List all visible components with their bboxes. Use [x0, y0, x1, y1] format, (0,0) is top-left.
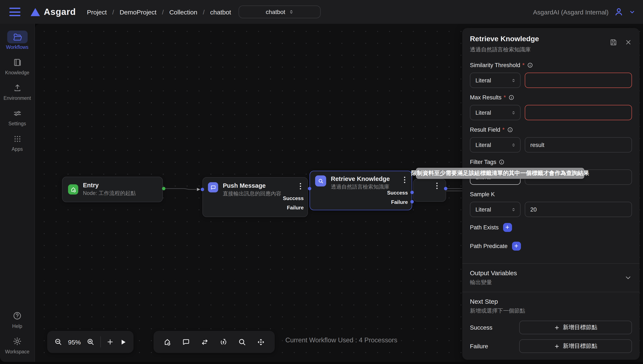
- breadcrumb-separator: /: [162, 8, 164, 16]
- zoom-in-icon[interactable]: [86, 338, 95, 346]
- failure-label: Failure: [470, 343, 488, 350]
- run-workflow-icon[interactable]: [119, 338, 127, 346]
- port-hidden-output[interactable]: [444, 187, 447, 190]
- port-label-success: Success: [387, 190, 408, 196]
- workflow-canvas[interactable]: Entry Node: 工作流程的起點 Push Message 直接輸出訊息的…: [35, 24, 643, 362]
- field-label-sample-k: Sample K: [470, 190, 632, 198]
- account-area: AsgardAI (Asgard Internal): [533, 7, 635, 17]
- message-node-tool-icon[interactable]: [182, 338, 190, 346]
- info-icon[interactable]: [508, 94, 514, 100]
- main-area: Workflows Knowledge Environment Settings: [0, 24, 643, 362]
- entry-node-tool-icon[interactable]: [163, 338, 172, 346]
- field-label-result-field: Result Field *: [470, 126, 632, 133]
- success-label: Success: [470, 324, 493, 331]
- gear-icon: [12, 336, 22, 346]
- port-retrieve-input[interactable]: [308, 187, 311, 190]
- add-path-exists-button[interactable]: [503, 223, 512, 232]
- result-field-input[interactable]: [525, 137, 632, 152]
- similarity-threshold-input[interactable]: [525, 73, 632, 88]
- workflow-status-text: Current Workflow Used : 4 Processors: [285, 336, 397, 344]
- app-logo[interactable]: Asgard: [31, 7, 76, 17]
- node-title: Retrieve Knowledge: [331, 176, 406, 182]
- panel-title: Retrieve Knowledge: [470, 35, 539, 43]
- workflow-select-value: chatbot: [266, 8, 285, 15]
- field-label-similarity-threshold: Similarity Threshold *: [470, 61, 632, 69]
- info-icon[interactable]: [507, 126, 513, 133]
- sample-k-mode-select[interactable]: Literal: [470, 202, 521, 217]
- port-label-failure: Failure: [287, 205, 304, 211]
- result-field-mode-select[interactable]: Literal: [470, 137, 521, 152]
- node-title: Push Message: [223, 182, 302, 189]
- similarity-threshold-mode-select[interactable]: Literal: [470, 73, 521, 88]
- port-retrieve-failure[interactable]: [410, 200, 414, 203]
- max-results-mode-select[interactable]: Literal: [470, 105, 521, 120]
- path-exists-row: Path Exists: [470, 222, 632, 232]
- close-icon[interactable]: [625, 38, 632, 46]
- node-retrieve-knowledge[interactable]: Retrieve Knowledge 透過自然語言檢索知識庫 Success F…: [310, 171, 412, 210]
- app-window: Asgard Project / DemoProject / Collectio…: [0, 0, 643, 364]
- chevron-updown-icon: [511, 207, 516, 212]
- node-menu-icon[interactable]: [401, 177, 407, 183]
- left-sidebar: Workflows Knowledge Environment Settings: [0, 24, 35, 362]
- output-variables-section[interactable]: Output Variables 輸出變量: [470, 264, 632, 292]
- sidebar-item-label: Settings: [0, 121, 35, 126]
- next-step-subtitle: 新增或選擇下一個節點: [470, 307, 632, 315]
- breadcrumb-demoproject[interactable]: DemoProject: [119, 8, 156, 16]
- required-asterisk: *: [504, 94, 506, 100]
- chevron-down-icon[interactable]: [629, 9, 635, 15]
- save-icon[interactable]: [609, 38, 617, 46]
- port-entry-output[interactable]: [162, 187, 165, 190]
- partially-hidden-node[interactable]: [413, 179, 446, 202]
- sidebar-item-settings[interactable]: Settings: [0, 107, 35, 126]
- port-label-success: Success: [283, 196, 304, 201]
- sidebar-item-environment[interactable]: Environment: [0, 82, 35, 101]
- node-entry[interactable]: Entry Node: 工作流程的起點: [62, 177, 163, 202]
- breadcrumb-collection[interactable]: Collection: [169, 8, 197, 16]
- sidebar-item-workflows[interactable]: Workflows: [0, 30, 35, 50]
- hamburger-menu-icon[interactable]: [9, 8, 21, 16]
- port-push-input[interactable]: [201, 188, 204, 191]
- search-node-tool-icon[interactable]: [238, 338, 247, 346]
- node-push-message[interactable]: Push Message 直接輸出訊息的回應內容 Success Failure: [202, 177, 308, 217]
- zoom-out-icon[interactable]: [54, 338, 63, 346]
- logo-text: Asgard: [44, 7, 76, 17]
- broadcast-node-tool-icon[interactable]: [219, 338, 228, 346]
- breadcrumb-separator: /: [112, 8, 114, 16]
- next-step-title: Next Step: [470, 298, 632, 305]
- add-node-icon[interactable]: [106, 338, 114, 346]
- port-retrieve-success[interactable]: [410, 190, 414, 194]
- sidebar-item-help[interactable]: Help: [0, 309, 35, 328]
- folder-icon: [13, 32, 22, 42]
- next-step-section: Next Step 新增或選擇下一個節點 Success 新增目標節點 Fail…: [470, 292, 632, 353]
- add-success-target-button[interactable]: 新增目標節點: [519, 321, 632, 334]
- chevron-updown-icon: [289, 9, 294, 15]
- path-predicate-row: Path Predicate: [470, 241, 632, 250]
- sample-k-input[interactable]: [525, 202, 632, 217]
- toolbar-divider: [100, 336, 101, 348]
- sidebar-item-apps[interactable]: Apps: [0, 132, 35, 152]
- upload-icon: [13, 83, 22, 92]
- swap-node-tool-icon[interactable]: [200, 338, 209, 346]
- sidebar-item-workspace[interactable]: Workspace: [0, 335, 35, 354]
- vector-node-tool-icon[interactable]: [257, 338, 265, 346]
- sidebar-item-knowledge[interactable]: Knowledge: [0, 56, 35, 75]
- chevron-updown-icon: [511, 142, 516, 148]
- workflow-select-dropdown[interactable]: chatbot: [239, 6, 321, 18]
- chevron-updown-icon: [511, 110, 516, 115]
- max-results-input[interactable]: [525, 105, 632, 120]
- breadcrumb-separator: /: [203, 8, 204, 16]
- add-path-predicate-button[interactable]: [512, 242, 521, 250]
- sidebar-item-label: Environment: [0, 96, 35, 101]
- field-label-filter-tags: Filter Tags: [470, 158, 632, 166]
- add-failure-target-button[interactable]: 新增目標節點: [519, 339, 632, 353]
- info-icon[interactable]: [498, 159, 505, 165]
- next-step-success-row: Success 新增目標節點: [470, 321, 632, 334]
- breadcrumb-chatbot[interactable]: chatbot: [210, 8, 231, 16]
- info-icon[interactable]: [527, 62, 533, 68]
- breadcrumb-project[interactable]: Project: [87, 8, 107, 16]
- path-predicate-label: Path Predicate: [470, 243, 508, 249]
- chevron-down-icon[interactable]: [624, 274, 632, 282]
- user-icon[interactable]: [614, 7, 624, 17]
- node-menu-icon[interactable]: [297, 183, 303, 190]
- node-menu-icon[interactable]: [434, 183, 440, 189]
